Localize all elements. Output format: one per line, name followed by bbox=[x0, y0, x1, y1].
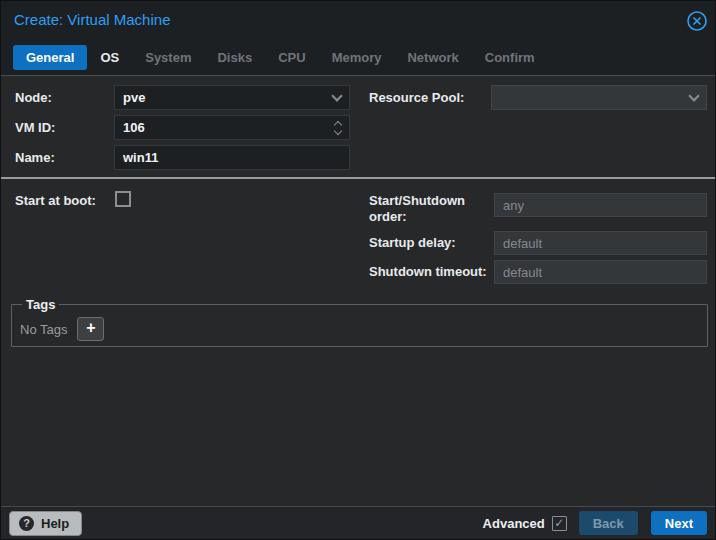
startup-order-label: Start/Shutdown order: bbox=[369, 193, 487, 225]
dialog-header: Create: Virtual Machine General OS Syste… bbox=[1, 1, 715, 75]
shutdown-timeout-label: Shutdown timeout: bbox=[369, 264, 487, 279]
close-icon bbox=[686, 20, 708, 35]
node-label: Node: bbox=[15, 90, 52, 105]
vmid-input[interactable] bbox=[123, 116, 335, 139]
section-divider bbox=[1, 177, 715, 179]
back-button[interactable]: Back bbox=[579, 511, 638, 535]
node-value: pve bbox=[123, 90, 333, 105]
tab-network: Network bbox=[394, 45, 471, 70]
tab-memory: Memory bbox=[319, 45, 395, 70]
add-tag-button[interactable]: + bbox=[77, 317, 104, 341]
wizard-tabbar: General OS System Disks CPU Memory Netwo… bbox=[13, 45, 548, 70]
resource-pool-combobox[interactable] bbox=[491, 85, 707, 110]
advanced-toggle: Advanced bbox=[483, 516, 567, 531]
vmid-spinner[interactable] bbox=[114, 115, 350, 140]
node-combobox[interactable]: pve bbox=[114, 85, 350, 110]
shutdown-timeout-field[interactable] bbox=[494, 260, 707, 284]
create-vm-dialog: Create: Virtual Machine General OS Syste… bbox=[0, 0, 716, 540]
tab-cpu: CPU bbox=[265, 45, 318, 70]
tab-general[interactable]: General bbox=[13, 45, 87, 70]
tab-os[interactable]: OS bbox=[87, 45, 132, 70]
help-button[interactable]: ? Help bbox=[9, 511, 82, 536]
start-at-boot-checkbox[interactable] bbox=[115, 191, 131, 207]
tab-confirm: Confirm bbox=[472, 45, 548, 70]
next-button[interactable]: Next bbox=[651, 511, 707, 535]
plus-icon: + bbox=[86, 320, 95, 336]
no-tags-text: No Tags bbox=[20, 322, 67, 337]
dialog-footer: ? Help Advanced Back Next bbox=[1, 506, 715, 539]
resource-pool-label: Resource Pool: bbox=[369, 90, 464, 105]
startup-delay-label: Startup delay: bbox=[369, 235, 456, 250]
name-field[interactable] bbox=[114, 145, 350, 170]
tab-disks: Disks bbox=[204, 45, 265, 70]
tags-fieldset: Tags No Tags + bbox=[11, 297, 708, 347]
tags-legend: Tags bbox=[22, 297, 59, 312]
help-icon: ? bbox=[19, 516, 34, 531]
startup-order-field[interactable] bbox=[494, 193, 707, 217]
advanced-label: Advanced bbox=[483, 516, 545, 531]
name-label: Name: bbox=[15, 150, 55, 165]
name-input[interactable] bbox=[123, 146, 341, 169]
close-button[interactable] bbox=[686, 10, 708, 32]
tabbar-divider bbox=[1, 75, 715, 76]
advanced-checkbox[interactable] bbox=[552, 516, 567, 531]
startup-order-input[interactable] bbox=[503, 194, 698, 216]
spinner-arrows-icon[interactable] bbox=[335, 122, 341, 134]
tab-system: System bbox=[132, 45, 204, 70]
chevron-down-icon[interactable] bbox=[688, 90, 699, 101]
chevron-down-icon[interactable] bbox=[331, 90, 342, 101]
start-at-boot-label: Start at boot: bbox=[15, 193, 96, 208]
startup-delay-input[interactable] bbox=[503, 232, 698, 254]
help-button-label: Help bbox=[41, 516, 69, 531]
startup-delay-field[interactable] bbox=[494, 231, 707, 255]
vmid-label: VM ID: bbox=[15, 120, 55, 135]
shutdown-timeout-input[interactable] bbox=[503, 261, 698, 283]
dialog-title: Create: Virtual Machine bbox=[14, 11, 170, 28]
